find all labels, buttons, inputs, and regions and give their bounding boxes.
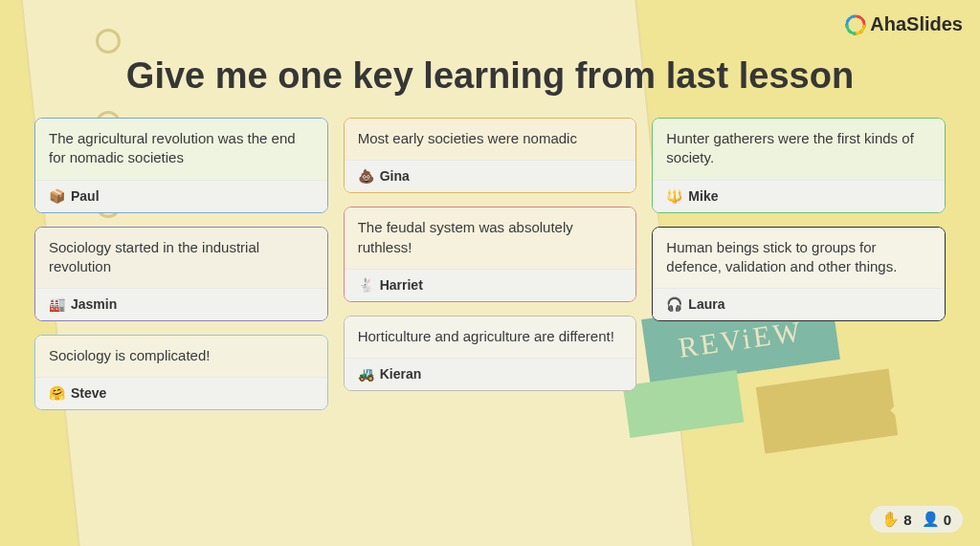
user-icon: 👤 <box>922 511 940 528</box>
author-name: Paul <box>71 188 100 204</box>
response-text: Hunter gatherers were the first kinds of… <box>653 119 945 180</box>
response-text: The agricultural revolution was the end … <box>35 119 327 180</box>
participants-count: 👤 0 <box>922 511 951 528</box>
raised-hands-count: ✋ 8 <box>881 511 911 528</box>
response-author-row: 🤗 Steve <box>35 377 327 409</box>
slide-title: Give me one key learning from last lesso… <box>0 0 980 97</box>
hand-count-value: 8 <box>903 512 911 528</box>
author-emoji-icon: 📦 <box>49 188 65 204</box>
author-name: Mike <box>688 188 718 204</box>
author-emoji-icon: 🎧 <box>666 296 682 312</box>
user-count-value: 0 <box>944 512 951 528</box>
author-name: Steve <box>71 385 106 401</box>
response-card[interactable]: Sociology is complicated! 🤗 Steve <box>34 335 328 410</box>
author-emoji-icon: 🚜 <box>358 366 374 382</box>
brand-logo-icon <box>845 14 866 35</box>
response-text: Horticulture and agriculture are differe… <box>345 317 636 358</box>
response-card[interactable]: Horticulture and agriculture are differe… <box>344 316 637 391</box>
response-text: Sociology is complicated! <box>35 336 327 377</box>
author-name: Jasmin <box>71 296 117 312</box>
author-name: Kieran <box>380 366 422 382</box>
response-author-row: 🚜 Kieran <box>345 358 636 390</box>
responses-column: Most early societies were nomadic 💩 Gina… <box>344 118 637 410</box>
status-pill: ✋ 8 👤 0 <box>870 506 963 533</box>
responses-grid: The agricultural revolution was the end … <box>0 97 980 410</box>
author-emoji-icon: 🏭 <box>49 296 65 312</box>
response-card[interactable]: The agricultural revolution was the end … <box>34 118 328 213</box>
response-text: Human beings stick to groups for defence… <box>653 228 945 289</box>
author-name: Laura <box>688 296 724 312</box>
response-text: The feudal system was absolutely ruthles… <box>345 207 636 269</box>
response-card[interactable]: Human beings stick to groups for defence… <box>652 227 946 322</box>
response-author-row: 📦 Paul <box>35 180 327 212</box>
response-text: Sociology started in the industrial revo… <box>35 228 327 289</box>
response-author-row: 🔱 Mike <box>653 180 945 212</box>
author-emoji-icon: 🐇 <box>358 277 374 293</box>
response-author-row: 🏭 Jasmin <box>35 288 327 320</box>
brand-name: AhaSlides <box>870 13 963 35</box>
hand-icon: ✋ <box>881 511 900 528</box>
response-author-row: 🎧 Laura <box>653 288 945 320</box>
response-card[interactable]: Most early societies were nomadic 💩 Gina <box>344 118 637 193</box>
author-emoji-icon: 🔱 <box>666 188 682 204</box>
response-author-row: 🐇 Harriet <box>345 269 636 301</box>
responses-column: The agricultural revolution was the end … <box>34 118 328 410</box>
author-name: Harriet <box>380 277 423 293</box>
author-emoji-icon: 🤗 <box>49 385 65 401</box>
responses-column: Hunter gatherers were the first kinds of… <box>652 118 946 410</box>
author-name: Gina <box>380 168 410 184</box>
response-card[interactable]: Hunter gatherers were the first kinds of… <box>652 118 946 213</box>
response-text: Most early societies were nomadic <box>345 119 636 160</box>
response-author-row: 💩 Gina <box>345 160 636 192</box>
author-emoji-icon: 💩 <box>358 168 374 184</box>
response-card[interactable]: The feudal system was absolutely ruthles… <box>344 207 637 302</box>
response-card[interactable]: Sociology started in the industrial revo… <box>34 227 328 322</box>
brand-logo: AhaSlides <box>845 13 963 35</box>
